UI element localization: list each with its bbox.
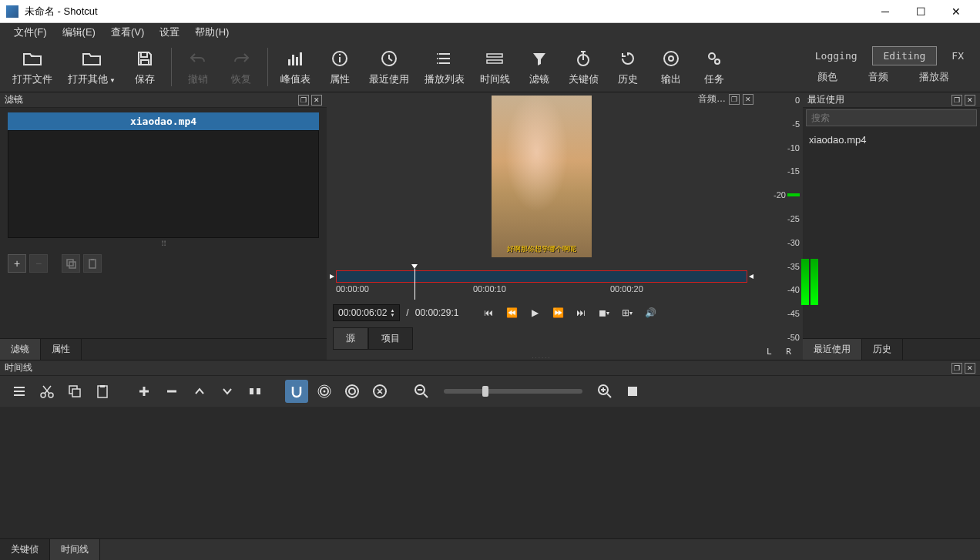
grip-icon[interactable]: ...... (327, 353, 757, 360)
mode-fx[interactable]: FX (940, 46, 975, 65)
zoom-in-button[interactable] (593, 380, 616, 403)
filter-icon (531, 48, 548, 69)
grid-dropdown[interactable]: ⊞▾ (619, 304, 636, 321)
lift-button[interactable] (188, 380, 211, 403)
grip-icon[interactable]: ⠿ (0, 238, 327, 250)
paste-button[interactable] (91, 380, 114, 403)
spin-down-icon[interactable]: ▼ (390, 313, 394, 317)
tab-source[interactable]: 源 (333, 327, 368, 350)
panel-close-icon[interactable]: ✕ (965, 363, 975, 374)
menu-help[interactable]: 帮助(H) (187, 23, 237, 42)
recent-item[interactable]: xiaodao.mp4 (807, 131, 975, 149)
undo-button[interactable]: 撤销 (176, 45, 220, 89)
skip-end-button[interactable]: ⏭ (572, 304, 589, 321)
filters-button[interactable]: 滤镜 (518, 45, 561, 89)
ripple-all-button[interactable] (368, 380, 391, 403)
remove-filter-button[interactable]: − (29, 254, 48, 273)
layout-audio[interactable]: 音频 (854, 67, 902, 87)
tab-keyframes-bottom[interactable]: 关键侦 (0, 539, 50, 560)
maximize-button[interactable]: ☐ (903, 0, 938, 23)
timeline-button[interactable]: 时间线 (472, 45, 518, 89)
skip-start-button[interactable]: ⏮ (480, 304, 497, 321)
open-file-button[interactable]: 打开文件 (5, 45, 60, 89)
timeline-menu-button[interactable] (8, 380, 31, 403)
cut-button[interactable] (35, 380, 59, 403)
video-preview[interactable]: 好啊那你想学哪个啊呢 (492, 96, 592, 257)
add-filter-button[interactable]: + (8, 254, 26, 273)
properties-button[interactable]: 属性 (318, 45, 361, 89)
search-input[interactable] (806, 109, 977, 126)
volume-button[interactable]: 🔊 (642, 304, 659, 321)
layout-player[interactable]: 播放器 (905, 67, 963, 87)
overwrite-button[interactable] (216, 380, 239, 403)
play-button[interactable]: ▶ (526, 304, 543, 321)
split-button[interactable] (243, 380, 267, 403)
tab-history[interactable]: 历史 (862, 339, 903, 360)
recent-button[interactable]: 最近使用 (361, 45, 417, 89)
svg-point-16 (709, 53, 715, 59)
copy-button[interactable] (63, 380, 86, 403)
video-subtitle: 好啊那你想学哪个啊呢 (492, 244, 592, 254)
filter-list[interactable] (8, 130, 319, 238)
folder-icon (82, 48, 102, 69)
mode-logging[interactable]: Logging (804, 46, 869, 65)
paste-filter-button[interactable] (83, 254, 102, 273)
open-other-button[interactable]: 打开其他▼ (60, 45, 123, 89)
copy-filter-button[interactable] (62, 254, 80, 273)
main-toolbar: 打开文件 打开其他▼ 保存 撤销 恢复 峰值表 属性 最近使用 播放列表 时间线… (0, 42, 980, 92)
tab-properties[interactable]: 属性 (41, 339, 82, 360)
out-bracket-icon[interactable]: ◂ (749, 270, 753, 281)
separator (171, 48, 172, 86)
playlist-button[interactable]: 播放列表 (417, 45, 472, 89)
menu-view[interactable]: 查看(V) (103, 23, 152, 42)
svg-point-14 (664, 52, 678, 65)
svg-point-33 (346, 385, 358, 397)
tab-filters[interactable]: 滤镜 (0, 339, 41, 360)
scrub-audio-button[interactable] (313, 380, 336, 403)
history-button[interactable]: 历史 (606, 45, 649, 89)
menu-settings[interactable]: 设置 (152, 23, 187, 42)
redo-button[interactable]: 恢复 (220, 45, 263, 89)
save-button[interactable]: 保存 (123, 45, 166, 89)
panel-float-icon[interactable]: ❐ (951, 95, 962, 106)
panel-float-icon[interactable]: ❐ (951, 363, 962, 374)
zoom-out-button[interactable] (410, 380, 433, 403)
panel-close-icon[interactable]: ✕ (311, 95, 322, 106)
keyframes-button[interactable]: 关键侦 (561, 45, 606, 89)
separator (267, 48, 268, 86)
meter-channels: L R (757, 345, 803, 360)
minimize-button[interactable]: ─ (868, 0, 903, 23)
export-button[interactable]: 输出 (649, 45, 693, 89)
panel-float-icon[interactable]: ❐ (298, 95, 309, 106)
tab-project[interactable]: 项目 (368, 327, 413, 350)
rewind-button[interactable]: ⏪ (503, 304, 520, 321)
tick-label: 00:00:10 (473, 284, 506, 293)
zoom-slider[interactable] (444, 389, 582, 394)
peak-meter-button[interactable]: 峰值表 (273, 45, 318, 89)
current-time-input[interactable]: 00:00:06:02 ▲▼ (333, 304, 400, 321)
zoom-dropdown[interactable]: ◼▾ (596, 304, 612, 321)
timeline-tracks[interactable] (0, 407, 980, 538)
zoom-thumb[interactable] (482, 386, 488, 397)
snap-button[interactable] (285, 380, 308, 403)
mode-editing[interactable]: Editing (872, 46, 938, 65)
panel-close-icon[interactable]: ✕ (965, 95, 975, 106)
tab-timeline-bottom[interactable]: 时间线 (50, 539, 100, 560)
menu-edit[interactable]: 编辑(E) (55, 23, 103, 42)
player-panel: 音频… ❐ ✕ 好啊那你想学哪个啊呢 ▸ ◂ 00:00:00 00:00:10… (327, 92, 757, 360)
tab-recent[interactable]: 最近使用 (803, 339, 862, 360)
fast-forward-button[interactable]: ⏩ (549, 304, 566, 321)
scrubber[interactable]: ▸ ◂ 00:00:00 00:00:10 00:00:20 (330, 270, 753, 301)
playhead[interactable] (414, 269, 415, 300)
layout-color[interactable]: 颜色 (804, 67, 851, 87)
in-bracket-icon[interactable]: ▸ (330, 270, 334, 281)
timeline-icon (485, 48, 504, 69)
delete-button[interactable] (160, 380, 183, 403)
tasks-button[interactable]: 任务 (693, 45, 736, 89)
ripple-button[interactable] (341, 380, 364, 403)
history-icon (619, 48, 636, 69)
append-button[interactable] (133, 380, 156, 403)
menu-file[interactable]: 文件(F) (6, 23, 55, 42)
zoom-fit-button[interactable] (621, 380, 644, 403)
close-button[interactable]: ✕ (938, 0, 974, 23)
